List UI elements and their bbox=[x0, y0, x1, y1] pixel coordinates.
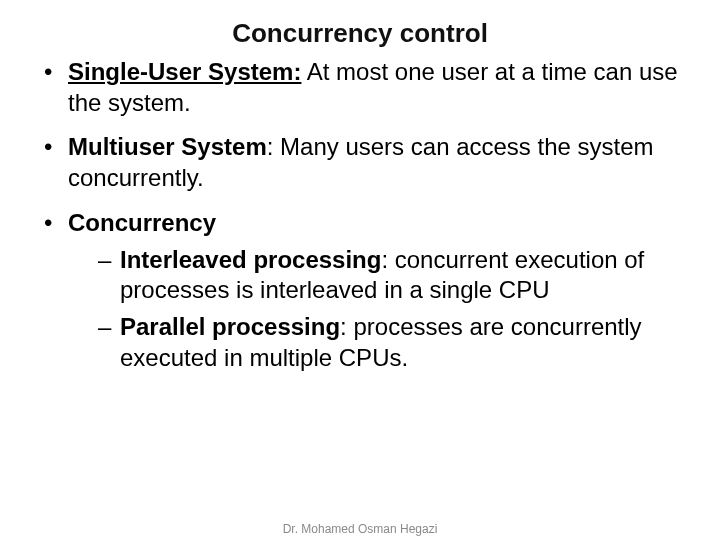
sub-bullet-term: Interleaved processing bbox=[120, 246, 381, 273]
bullet-term: Single-User System: bbox=[68, 58, 301, 85]
slide: Concurrency control Single-User System: … bbox=[0, 18, 720, 540]
sub-bullet-list: Interleaved processing: concurrent execu… bbox=[68, 245, 678, 374]
slide-footer: Dr. Mohamed Osman Hegazi bbox=[0, 522, 720, 536]
sub-bullet-item: Interleaved processing: concurrent execu… bbox=[98, 245, 678, 306]
slide-content: Single-User System: At most one user at … bbox=[42, 57, 678, 373]
bullet-term: Multiuser System bbox=[68, 133, 267, 160]
bullet-list: Single-User System: At most one user at … bbox=[42, 57, 678, 373]
slide-title: Concurrency control bbox=[0, 18, 720, 49]
sub-bullet-item: Parallel processing: processes are concu… bbox=[98, 312, 678, 373]
bullet-item: Single-User System: At most one user at … bbox=[42, 57, 678, 118]
bullet-term: Concurrency bbox=[68, 209, 216, 236]
bullet-item: Concurrency Interleaved processing: conc… bbox=[42, 208, 678, 374]
sub-bullet-term: Parallel processing bbox=[120, 313, 340, 340]
bullet-item: Multiuser System: Many users can access … bbox=[42, 132, 678, 193]
